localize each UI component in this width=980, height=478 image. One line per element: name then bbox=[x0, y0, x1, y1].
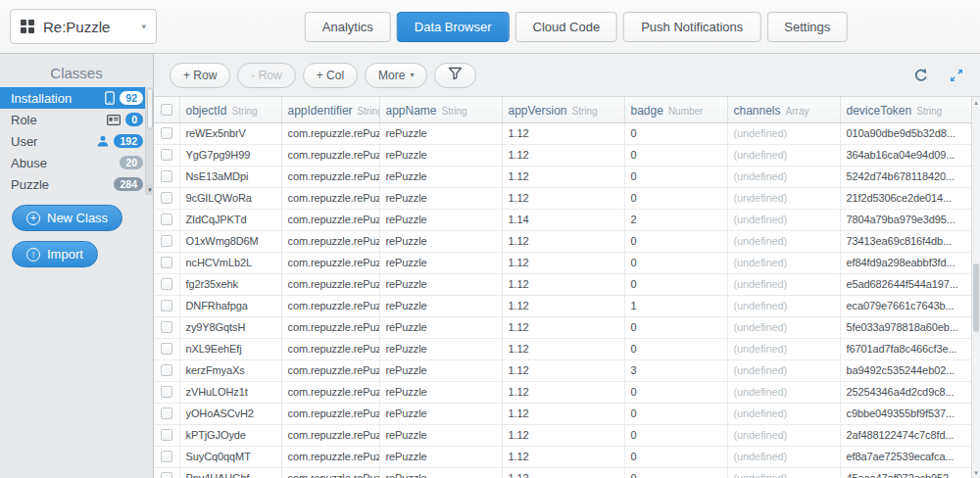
cell-badge[interactable]: 0 bbox=[624, 273, 727, 295]
cell-objectId[interactable]: nXL9EehEfj bbox=[179, 338, 281, 359]
scrollbar-thumb[interactable] bbox=[973, 263, 979, 332]
sidebar-item-role[interactable]: Role0 bbox=[0, 109, 153, 130]
cell-objectId[interactable]: Pnv4UAHGbf bbox=[179, 467, 281, 478]
app-selector[interactable]: Re:Puzzle ▾ bbox=[10, 9, 157, 44]
cell-appIdentifier[interactable]: com.repuzzle.rePuzzle bbox=[281, 209, 379, 230]
cell-channels[interactable]: (undefined) bbox=[727, 338, 840, 359]
row-checkbox[interactable] bbox=[161, 235, 172, 247]
cell-channels[interactable]: (undefined) bbox=[727, 359, 840, 381]
cell-channels[interactable]: (undefined) bbox=[727, 122, 840, 144]
cell-appName[interactable]: rePuzzle bbox=[379, 446, 502, 467]
class-list-scrollbar[interactable]: ▾ bbox=[145, 87, 153, 195]
sidebar-item-puzzle[interactable]: Puzzle284 bbox=[0, 173, 153, 195]
tab-settings[interactable]: Settings bbox=[766, 12, 848, 42]
cell-appIdentifier[interactable]: com.repuzzle.rePuzzle bbox=[281, 252, 379, 273]
cell-deviceToken[interactable]: e5ad682644f544a197... bbox=[840, 273, 971, 295]
cell-appVersion[interactable]: 1.12 bbox=[502, 403, 624, 424]
cell-badge[interactable]: 0 bbox=[624, 144, 727, 166]
column-header-objectId[interactable]: objectIdString bbox=[179, 97, 281, 122]
cell-appIdentifier[interactable]: com.repuzzle.rePuzzle bbox=[281, 273, 379, 295]
cell-objectId[interactable]: reWEx5nbrV bbox=[179, 122, 281, 144]
cell-channels[interactable]: (undefined) bbox=[727, 144, 840, 166]
remove-row-button[interactable]: - Row bbox=[237, 63, 295, 88]
cell-deviceToken[interactable]: 2af488122474c7c8fd... bbox=[840, 424, 971, 446]
cell-appName[interactable]: rePuzzle bbox=[379, 273, 502, 295]
cell-appName[interactable]: rePuzzle bbox=[379, 122, 502, 144]
cell-channels[interactable]: (undefined) bbox=[727, 446, 840, 467]
scroll-down-icon[interactable]: ▾ bbox=[146, 184, 154, 195]
cell-channels[interactable]: (undefined) bbox=[727, 381, 840, 403]
column-header-deviceToken[interactable]: deviceTokenString bbox=[840, 97, 971, 122]
tab-cloud-code[interactable]: Cloud Code bbox=[515, 12, 618, 42]
cell-channels[interactable]: (undefined) bbox=[727, 273, 840, 295]
cell-channels[interactable]: (undefined) bbox=[727, 187, 840, 209]
cell-appIdentifier[interactable]: com.repuzzle.rePuzzle bbox=[281, 122, 379, 144]
cell-deviceToken[interactable]: 73413ea69c816f4db... bbox=[840, 230, 971, 252]
cell-channels[interactable]: (undefined) bbox=[727, 316, 840, 338]
cell-objectId[interactable]: zy9Y8GqtsH bbox=[179, 316, 281, 338]
row-checkbox[interactable] bbox=[161, 170, 172, 182]
cell-objectId[interactable]: DNFRhafpga bbox=[179, 295, 281, 316]
cell-appIdentifier[interactable]: com.repuzzle.rePuzzle bbox=[281, 446, 379, 467]
row-checkbox[interactable] bbox=[161, 429, 172, 441]
sidebar-item-user[interactable]: User192 bbox=[0, 130, 153, 152]
cell-badge[interactable]: 0 bbox=[624, 381, 727, 403]
cell-appVersion[interactable]: 1.12 bbox=[502, 359, 624, 381]
table-row[interactable]: nXL9EehEfjcom.repuzzle.rePuzzlerePuzzle1… bbox=[154, 338, 971, 359]
table-row[interactable]: reWEx5nbrVcom.repuzzle.rePuzzlerePuzzle1… bbox=[154, 122, 971, 144]
column-header-appName[interactable]: appNameString bbox=[379, 97, 502, 122]
cell-badge[interactable]: 0 bbox=[624, 252, 727, 273]
tab-analytics[interactable]: Analytics bbox=[305, 12, 391, 42]
row-checkbox[interactable] bbox=[161, 278, 172, 290]
cell-appVersion[interactable]: 1.12 bbox=[502, 446, 624, 467]
cell-appVersion[interactable]: 1.12 bbox=[502, 144, 624, 166]
add-row-button[interactable]: + Row bbox=[170, 63, 230, 88]
cell-deviceToken[interactable]: ba9492c535244eb02... bbox=[840, 359, 971, 381]
cell-deviceToken[interactable]: 5242d74b678118420... bbox=[840, 166, 971, 187]
table-row[interactable]: ncHCVmLb2Lcom.repuzzle.rePuzzlerePuzzle1… bbox=[154, 252, 971, 273]
cell-appName[interactable]: rePuzzle bbox=[379, 381, 502, 403]
grid-scrollbar[interactable]: ▴ ▾ bbox=[971, 97, 980, 478]
cell-appVersion[interactable]: 1.12 bbox=[502, 252, 624, 273]
more-button[interactable]: More ▾ bbox=[365, 63, 427, 88]
cell-appVersion[interactable]: 1.12 bbox=[502, 338, 624, 359]
cell-appName[interactable]: rePuzzle bbox=[379, 187, 502, 209]
cell-channels[interactable]: (undefined) bbox=[727, 252, 840, 273]
cell-appName[interactable]: rePuzzle bbox=[379, 166, 502, 187]
row-checkbox[interactable] bbox=[161, 451, 172, 462]
cell-appVersion[interactable]: 1.12 bbox=[502, 187, 624, 209]
cell-appIdentifier[interactable]: com.repuzzle.rePuzzle bbox=[281, 316, 379, 338]
cell-appName[interactable]: rePuzzle bbox=[379, 316, 502, 338]
cell-appName[interactable]: rePuzzle bbox=[379, 144, 502, 166]
cell-objectId[interactable]: SuyCq0qqMT bbox=[179, 446, 281, 467]
cell-badge[interactable]: 1 bbox=[624, 295, 727, 316]
cell-badge[interactable]: 0 bbox=[624, 424, 727, 446]
cell-appIdentifier[interactable]: com.repuzzle.rePuzzle bbox=[281, 144, 379, 166]
cell-appVersion[interactable]: 1.12 bbox=[502, 122, 624, 144]
row-checkbox[interactable] bbox=[161, 300, 172, 311]
row-checkbox[interactable] bbox=[161, 386, 172, 398]
filter-button[interactable] bbox=[434, 63, 476, 88]
cell-appName[interactable]: rePuzzle bbox=[379, 338, 502, 359]
cell-appName[interactable]: rePuzzle bbox=[379, 252, 502, 273]
cell-badge[interactable]: 0 bbox=[624, 316, 727, 338]
cell-objectId[interactable]: yOHoASCvH2 bbox=[179, 403, 281, 424]
cell-objectId[interactable]: O1xWmg8D6M bbox=[179, 230, 281, 252]
cell-objectId[interactable]: ncHCVmLb2L bbox=[179, 252, 281, 273]
cell-channels[interactable]: (undefined) bbox=[727, 467, 840, 478]
row-checkbox[interactable] bbox=[161, 127, 172, 139]
cell-appIdentifier[interactable]: com.repuzzle.rePuzzle bbox=[281, 295, 379, 316]
cell-appName[interactable]: rePuzzle bbox=[379, 424, 502, 446]
cell-badge[interactable]: 0 bbox=[624, 338, 727, 359]
cell-appVersion[interactable]: 1.12 bbox=[502, 316, 624, 338]
table-row[interactable]: DNFRhafpgacom.repuzzle.rePuzzlerePuzzle1… bbox=[154, 295, 971, 316]
row-checkbox[interactable] bbox=[161, 214, 172, 225]
cell-deviceToken[interactable]: ef84fd9a298eabbf3fd... bbox=[840, 252, 971, 273]
cell-deviceToken[interactable]: 45aaa47af072acb952... bbox=[840, 467, 971, 478]
cell-channels[interactable]: (undefined) bbox=[727, 403, 840, 424]
table-row[interactable]: NsE13aMDpicom.repuzzle.rePuzzlerePuzzle1… bbox=[154, 166, 971, 187]
cell-badge[interactable]: 2 bbox=[624, 209, 727, 230]
row-checkbox[interactable] bbox=[161, 343, 172, 355]
cell-badge[interactable]: 0 bbox=[624, 403, 727, 424]
table-row[interactable]: Pnv4UAHGbfcom.repuzzle.rePuzzlerePuzzle1… bbox=[154, 467, 971, 478]
